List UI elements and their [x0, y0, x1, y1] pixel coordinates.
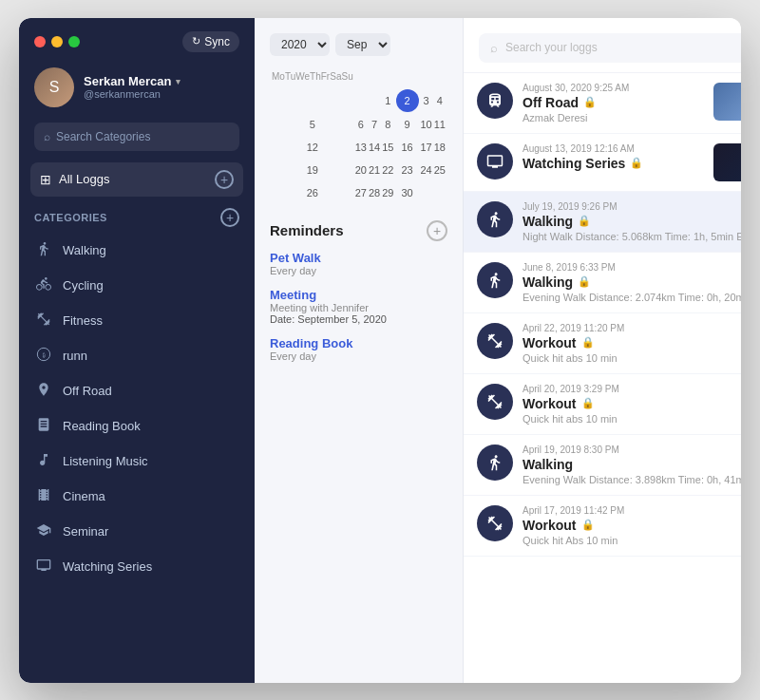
- log-thumbnail: [713, 143, 741, 181]
- all-loggs-row[interactable]: ⊞ All Loggs +: [30, 162, 243, 197]
- lock-icon: 🔒: [581, 397, 595, 409]
- calendar-day-cell[interactable]: 15: [382, 137, 393, 158]
- log-title-row: Walking 🔒: [522, 274, 741, 290]
- log-title: Walking: [522, 457, 573, 472]
- year-select[interactable]: 2020 2019: [270, 33, 330, 56]
- log-icon-circle: [477, 384, 513, 420]
- sidebar-item-runn[interactable]: ₿ runn: [27, 338, 247, 373]
- log-item[interactable]: April 20, 2019 3:29 PM Workout 🔒 Quick h…: [464, 374, 741, 435]
- calendar-day-cell[interactable]: 4: [434, 89, 446, 112]
- all-loggs-left: ⊞ All Loggs: [40, 172, 109, 187]
- log-title-row: Workout 🔒: [522, 518, 741, 533]
- log-item[interactable]: August 30, 2020 9:25 AM Off Road 🔒 Azmak…: [464, 73, 741, 134]
- sidebar-item-cycling[interactable]: Cycling: [27, 268, 247, 303]
- walking-icon: [34, 241, 53, 259]
- app-window: ↻ Sync S Serkan Mercan ▾ @serkanmercan ⌕…: [19, 18, 741, 683]
- log-title: Walking: [522, 214, 573, 229]
- calendar-day-cell[interactable]: 20: [355, 160, 367, 180]
- search-icon: ⌕: [490, 41, 498, 55]
- add-category-button[interactable]: +: [220, 208, 239, 227]
- log-date: April 20, 2019 3:29 PM: [522, 384, 741, 394]
- log-title: Watching Series: [522, 156, 625, 171]
- middle-panel: 2020 2019 Sep Aug Oct MoTuWeThFrSaSu 123…: [255, 18, 464, 683]
- fitness-icon: [34, 312, 53, 330]
- lock-icon: 🔒: [581, 519, 595, 531]
- reminder-item-reading-book[interactable]: Reading BookEvery day: [270, 336, 447, 362]
- calendar-day-cell[interactable]: 7: [369, 114, 380, 135]
- log-date: June 8, 2019 6:33 PM: [522, 262, 741, 273]
- log-icon-circle: [477, 323, 513, 359]
- calendar-day-cell[interactable]: 12: [272, 137, 353, 158]
- sidebar-item-fitness[interactable]: Fitness: [27, 303, 247, 338]
- calendar-day-cell: [434, 182, 446, 203]
- sync-button[interactable]: ↻ Sync: [182, 31, 239, 52]
- calendar-day-cell[interactable]: 22: [382, 160, 393, 180]
- search-input[interactable]: [56, 130, 230, 143]
- log-title-row: Walking 🔒: [522, 214, 741, 229]
- calendar-day-cell[interactable]: 13: [355, 137, 367, 158]
- sidebar-item-offroad[interactable]: Off Road: [27, 373, 247, 408]
- avatar[interactable]: S: [34, 67, 74, 107]
- log-item[interactable]: April 22, 2019 11:20 PM Workout 🔒 Quick …: [464, 313, 741, 374]
- calendar-day-cell[interactable]: 10: [421, 114, 432, 135]
- calendar-day-cell[interactable]: 6: [355, 114, 367, 135]
- log-title-row: Workout 🔒: [522, 396, 741, 411]
- calendar-day-cell[interactable]: 17: [421, 137, 432, 158]
- log-item[interactable]: June 8, 2019 6:33 PM Walking 🔒 Evening W…: [464, 253, 741, 313]
- calendar-day-cell[interactable]: 11: [434, 114, 446, 135]
- log-content: April 17, 2019 11:42 PM Workout 🔒 Quick …: [522, 505, 741, 546]
- log-item[interactable]: August 13, 2019 12:16 AM Watching Series…: [464, 134, 741, 192]
- minimize-traffic-light[interactable]: [51, 36, 63, 47]
- calendar-day-cell[interactable]: 24: [421, 160, 432, 180]
- reminder-detail: Date: September 5, 2020: [270, 313, 447, 325]
- log-item[interactable]: July 19, 2019 9:26 PM Walking 🔒 Night Wa…: [464, 192, 741, 253]
- calendar-day-cell[interactable]: 5: [272, 114, 353, 135]
- add-logg-button[interactable]: +: [215, 170, 234, 189]
- calendar-day-cell[interactable]: 28: [369, 182, 380, 203]
- log-content: July 19, 2019 9:26 PM Walking 🔒 Night Wa…: [522, 201, 741, 242]
- reminder-item-pet-walk[interactable]: Pet WalkEvery day: [270, 251, 447, 276]
- calendar-grid: MoTuWeThFrSaSu 1234567891011121314151617…: [270, 67, 447, 205]
- calendar-day-cell[interactable]: 8: [382, 114, 393, 135]
- calendar-day-cell[interactable]: 25: [434, 160, 446, 180]
- calendar-day-cell[interactable]: 14: [369, 137, 380, 158]
- calendar-day-cell[interactable]: 21: [369, 160, 380, 180]
- calendar-day-cell[interactable]: 23: [396, 160, 419, 180]
- log-date: August 30, 2020 9:25 AM: [522, 83, 704, 93]
- close-traffic-light[interactable]: [34, 36, 46, 47]
- calendar-day-cell[interactable]: 2: [396, 89, 419, 112]
- reminder-subtitle: Every day: [270, 265, 447, 276]
- log-title-row: Off Road 🔒: [522, 95, 704, 110]
- sidebar-item-reading[interactable]: Reading Book: [27, 408, 247, 444]
- add-reminder-button[interactable]: +: [427, 220, 447, 241]
- log-item[interactable]: April 17, 2019 11:42 PM Workout 🔒 Quick …: [464, 496, 741, 557]
- log-item[interactable]: April 19, 2019 8:30 PM Walking Evening W…: [464, 435, 741, 496]
- calendar-day-cell[interactable]: 1: [382, 89, 393, 112]
- fullscreen-traffic-light[interactable]: [68, 36, 80, 47]
- sidebar-item-walking[interactable]: Walking: [27, 233, 247, 268]
- reminder-item-meeting[interactable]: MeetingMeeting with JenniferDate: Septem…: [270, 288, 447, 325]
- log-description: Evening Walk Distance: 2.074km Time: 0h,…: [522, 292, 741, 303]
- calendar-day-cell[interactable]: 19: [272, 160, 353, 180]
- sidebar-item-seminar[interactable]: Seminar: [27, 514, 247, 549]
- sidebar-item-watching[interactable]: Watching Series: [27, 549, 247, 584]
- reminders-list: Pet WalkEvery dayMeetingMeeting with Jen…: [270, 251, 447, 362]
- sidebar-item-music[interactable]: Listening Music: [27, 444, 247, 479]
- calendar-day-cell[interactable]: 3: [421, 89, 432, 112]
- calendar-header: 2020 2019 Sep Aug Oct: [270, 33, 447, 56]
- lock-icon: 🔒: [578, 275, 591, 288]
- lock-icon: 🔒: [583, 96, 597, 108]
- log-date: April 22, 2019 11:20 PM: [522, 323, 741, 333]
- calendar-day-cell[interactable]: 29: [382, 182, 393, 203]
- loggs-search-input[interactable]: [505, 41, 741, 54]
- calendar-day-cell[interactable]: 16: [396, 137, 419, 158]
- calendar-day-cell[interactable]: 30: [396, 182, 419, 203]
- calendar-day-cell[interactable]: 26: [272, 182, 353, 203]
- search-bar[interactable]: ⌕: [34, 123, 239, 151]
- sidebar-item-cinema[interactable]: Cinema: [27, 479, 247, 514]
- calendar-day-cell[interactable]: 18: [434, 137, 446, 158]
- month-select[interactable]: Sep Aug Oct: [335, 33, 390, 56]
- calendar-day-cell[interactable]: 9: [396, 114, 419, 135]
- calendar-day-cell[interactable]: 27: [355, 182, 367, 203]
- watching-icon: [34, 558, 53, 576]
